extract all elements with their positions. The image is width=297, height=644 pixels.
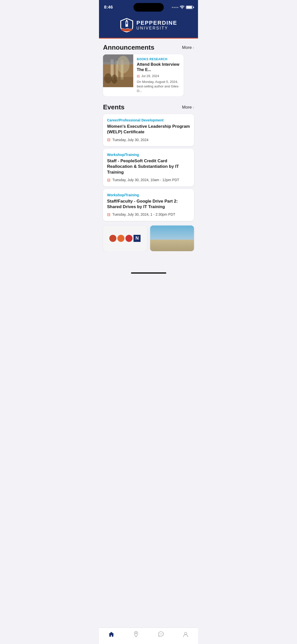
announcement-card-partial: [187, 54, 197, 96]
event-calendar-icon-2: ⊟: [107, 178, 110, 182]
bottom-card-left[interactable]: N: [103, 226, 147, 251]
event-card-1[interactable]: Career/Professional Development Women's …: [103, 114, 194, 146]
events-more-button[interactable]: More ›: [182, 105, 194, 110]
events-header: Events More ›: [99, 98, 198, 114]
events-more-chevron: ›: [193, 105, 194, 109]
event-title-3: Staff/Faculty - Google Drive Part 2: Sha…: [107, 199, 190, 210]
event-category-1: Career/Professional Development: [107, 118, 190, 122]
event-date-2: ⊟ Tuesday, July 30, 2024, 10am - 12pm PD…: [107, 178, 190, 182]
event-title-2: Staff - PeopleSoft Credit Card Reallocat…: [107, 158, 190, 175]
announcements-title: Announcements: [103, 44, 154, 51]
event-card-2[interactable]: Workshop/Training Staff - PeopleSoft Cre…: [103, 149, 194, 186]
pepperdine-logo-shield: [120, 18, 134, 33]
announcements-more-chevron: ›: [193, 46, 194, 50]
status-right: [172, 5, 193, 10]
svg-point-13: [117, 56, 129, 73]
announcement-content: BOOKS RESEARCH Attend Book Interview The…: [133, 54, 184, 96]
logo-text: PEPPERDINE UNIVERSITY: [137, 20, 177, 30]
app-header: PEPPERDINE UNIVERSITY: [99, 14, 198, 39]
announcement-card[interactable]: BOOKS RESEARCH Attend Book Interview The…: [103, 54, 184, 96]
event-title-1: Women's Executive Leadership Program (WE…: [107, 124, 190, 135]
news-dot-n: N: [134, 235, 141, 242]
dynamic-island: [134, 3, 164, 12]
logo-container: PEPPERDINE UNIVERSITY: [120, 18, 177, 33]
announcements-header: Announcements More ›: [99, 39, 198, 54]
svg-rect-4: [127, 22, 127, 23]
svg-point-16: [111, 75, 117, 84]
news-logo: N: [107, 232, 143, 244]
announcement-category: BOOKS RESEARCH: [137, 57, 180, 61]
signal-dots: [172, 7, 178, 8]
logo-university: UNIVERSITY: [137, 26, 177, 30]
announcement-title: Attend Book Interview The E...: [137, 62, 180, 73]
event-calendar-icon-3: ⊟: [107, 212, 110, 217]
home-indicator-bar: [131, 272, 166, 274]
announcement-date: ⊟ Jul 29, 2024: [137, 74, 180, 78]
svg-rect-2: [126, 19, 127, 21]
news-dot-3: [125, 235, 133, 242]
news-dot-2: [117, 235, 124, 242]
logo-pepperdine: PEPPERDINE: [137, 20, 177, 26]
announcement-image: [103, 54, 133, 96]
svg-point-15: [104, 73, 112, 83]
calendar-icon: ⊟: [137, 74, 140, 78]
battery-icon: [186, 6, 193, 9]
svg-rect-6: [127, 23, 127, 24]
status-time: 8:46: [104, 5, 113, 10]
main-content: Announcements More ›: [99, 39, 198, 271]
sky-layer: [150, 226, 194, 241]
event-card-3[interactable]: Workshop/Training Staff/Faculty - Google…: [103, 189, 194, 221]
announcements-more-button[interactable]: More ›: [182, 45, 194, 50]
ground-layer: [150, 240, 194, 251]
announcements-scroll[interactable]: BOOKS RESEARCH Attend Book Interview The…: [99, 54, 198, 96]
status-bar: 8:46: [99, 0, 198, 14]
event-category-3: Workshop/Training: [107, 193, 190, 197]
event-date-1: ⊟ Tuesday, July 30, 2024: [107, 137, 190, 142]
events-title: Events: [103, 103, 124, 111]
bottom-card-image: [150, 226, 194, 251]
news-dot-1: [109, 235, 116, 242]
event-date-3: ⊟ Tuesday, July 30, 2024, 1 - 2:30pm PDT: [107, 212, 190, 217]
event-calendar-icon-1: ⊟: [107, 137, 110, 142]
bottom-card-right[interactable]: [150, 226, 194, 251]
event-category-2: Workshop/Training: [107, 153, 190, 157]
announcement-excerpt: On Monday, August 5, 2024, best-selling …: [137, 80, 180, 93]
bottom-cards-row: N: [99, 223, 198, 251]
wifi-icon: [180, 5, 184, 10]
svg-rect-3: [126, 22, 127, 23]
svg-rect-5: [126, 23, 127, 24]
events-section: Events More › Career/Professional Develo…: [99, 98, 198, 251]
